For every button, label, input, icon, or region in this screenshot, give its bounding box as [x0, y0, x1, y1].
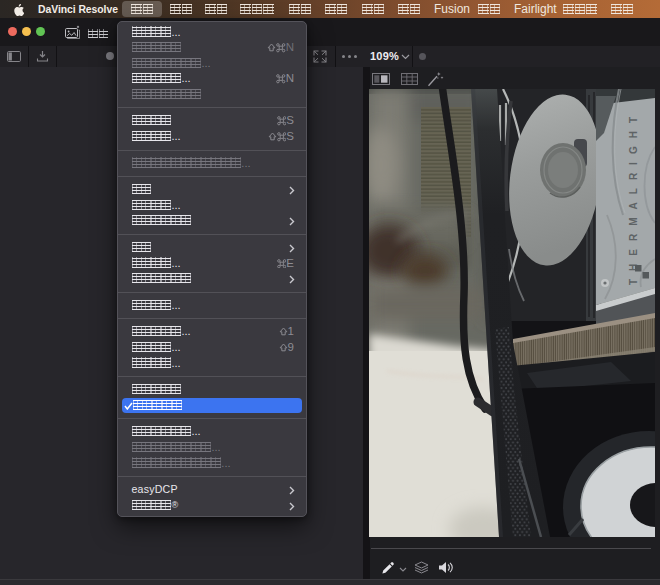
- svg-text:THERMALRIGHT: THERMALRIGHT: [628, 109, 639, 285]
